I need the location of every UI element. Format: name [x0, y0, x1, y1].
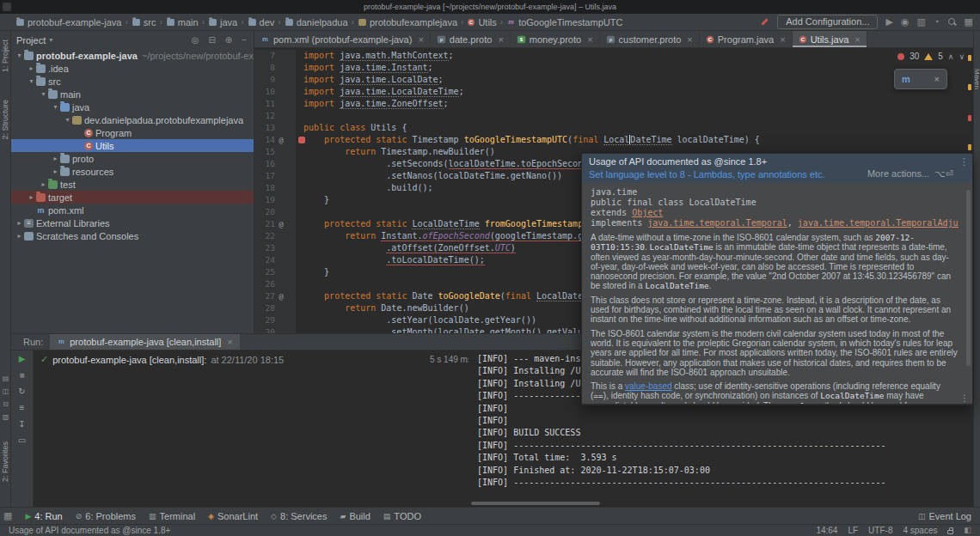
inspection-widget[interactable]: 30 5 ∧ ∨ — [897, 52, 965, 61]
chevron-icon[interactable]: ▾ — [39, 90, 48, 98]
tree-item-proto[interactable]: ▸proto — [11, 152, 254, 165]
breadcrumb-item-protobuf-example-java[interactable]: protobuf-example-java — [15, 17, 122, 27]
floating-maven-widget[interactable]: m × — [894, 69, 947, 89]
editor-tab-program-java[interactable]: Program.java× — [700, 31, 793, 47]
chevron-icon[interactable]: ▸ — [51, 155, 60, 162]
more-actions[interactable]: More actions... ⌥⏎ — [867, 168, 953, 180]
add-configuration-button[interactable]: Add Configuration... — [777, 15, 878, 29]
reader-mode-icon[interactable]: ◧ — [964, 527, 971, 534]
editor-tab-customer-proto[interactable]: customer.proto× — [600, 31, 700, 47]
close-icon[interactable]: × — [854, 34, 860, 45]
tool-window-button-project[interactable]: 1: Project — [1, 40, 9, 72]
kebab-menu-icon[interactable]: ⋮ — [960, 393, 969, 403]
tree-item-idea[interactable]: ▸.idea — [11, 62, 254, 75]
stripe-error-mark[interactable] — [968, 115, 971, 121]
tree-item-src[interactable]: ▾src — [11, 75, 254, 88]
chevron-icon[interactable]: ▾ — [63, 116, 72, 124]
scroll-end-icon[interactable]: ↧ — [18, 420, 25, 429]
coverage-icon[interactable]: ▥ — [917, 17, 926, 27]
tool-window-button-event-log[interactable]: ◫Event Log — [918, 511, 971, 521]
chevron-icon[interactable]: ▸ — [15, 232, 24, 240]
indent-setting[interactable]: 4 spaces — [903, 526, 937, 535]
tree-item-test[interactable]: ▸test — [11, 178, 254, 191]
debug-icon[interactable]: ◉ — [901, 17, 910, 27]
chevron-icon[interactable]: ▸ — [27, 64, 36, 72]
close-icon[interactable]: × — [498, 34, 503, 45]
code-line[interactable]: 8import java.time.Instant; — [254, 62, 973, 74]
clear-icon[interactable]: ▭ — [18, 436, 26, 445]
tree-item-utils[interactable]: Utils — [11, 139, 254, 152]
close-icon[interactable]: × — [418, 34, 423, 45]
editor-tab-date-proto[interactable]: date.proto× — [431, 31, 511, 47]
profiler-icon[interactable]: ◔ — [934, 17, 940, 27]
tool-window-button-6-problems[interactable]: ⊘6: Problems — [76, 511, 136, 521]
options-icon[interactable]: ≡ — [20, 404, 25, 412]
chevron-icon[interactable]: ▸ — [15, 219, 24, 227]
code-line[interactable]: 10import java.time.LocalDateTime; — [254, 86, 973, 98]
code-line[interactable]: 7import java.math.MathContext; — [254, 50, 973, 62]
editor-tab-pom-xml-protobuf-example-java[interactable]: pom.xml (protobuf-example-java)× — [254, 31, 431, 47]
settings-icon[interactable]: ⊕ — [225, 35, 232, 45]
more-actions-label[interactable]: More actions... — [867, 168, 929, 180]
locate-icon[interactable]: ◎ — [192, 35, 199, 45]
kebab-menu-icon[interactable]: ⋮ — [959, 156, 969, 168]
stop-icon[interactable]: ■ — [19, 371, 24, 380]
editor-tab-money-proto[interactable]: money.proto× — [511, 31, 600, 47]
breadcrumb-item-dev[interactable]: dev — [247, 17, 276, 27]
tree-item-protobuf-example-java[interactable]: ▾protobuf-example-java~/projects/new/pro… — [11, 49, 254, 62]
code-line[interactable]: 13public class Utils { — [254, 122, 973, 134]
chevron-down-icon[interactable]: ▾ — [49, 36, 52, 44]
rerun-icon[interactable]: ▶ — [19, 355, 26, 363]
wrench-icon[interactable] — [760, 17, 769, 27]
tree-item-external-libraries[interactable]: ▸External Libraries — [11, 216, 254, 229]
stripe-warning-mark[interactable] — [968, 55, 971, 61]
doc-link[interactable]: java.time.temporal.TemporalAdjuster — [798, 218, 959, 228]
lock-icon[interactable] — [947, 530, 953, 534]
hide-icon[interactable]: − — [242, 35, 247, 45]
code-line[interactable]: 11import java.time.ZoneOffset; — [254, 98, 973, 110]
tool-window-button-todo[interactable]: ▤TODO — [383, 511, 421, 521]
code-line[interactable]: 12 — [254, 110, 973, 122]
chevron-icon[interactable]: ▸ — [39, 180, 48, 188]
tree-item-java[interactable]: ▾java — [11, 100, 254, 113]
breadcrumb-item-utils[interactable]: Utils — [466, 17, 497, 27]
editor-tab-utils-java[interactable]: Utils.java× — [793, 31, 867, 47]
close-icon[interactable]: × — [587, 34, 592, 45]
tool-window-button-terminal[interactable]: ▥Terminal — [149, 511, 195, 521]
breadcrumb-item-main[interactable]: main — [165, 17, 199, 27]
tree-item-program[interactable]: Program — [11, 126, 254, 139]
layout-icon[interactable]: ▦ — [965, 17, 973, 27]
chevron-icon[interactable]: ▾ — [27, 77, 36, 85]
code-line[interactable]: 14@ protected static Timestamp toGoogleT… — [254, 134, 973, 146]
chevron-icon[interactable]: ▾ — [51, 103, 60, 111]
intention-bulb-icon[interactable] — [298, 137, 305, 143]
tool-window-button-sonarlint[interactable]: ◈SonarLint — [208, 511, 258, 521]
quick-fix-link[interactable]: Set language level to 8 - Lambdas, type … — [589, 169, 825, 180]
vertical-scrollbar[interactable] — [966, 190, 971, 366]
doc-link[interactable]: java.time.temporal.Temporal — [647, 218, 787, 228]
chevron-icon[interactable]: ▸ — [51, 168, 60, 175]
close-icon[interactable]: × — [227, 337, 232, 347]
line-ending[interactable]: LF — [848, 526, 858, 535]
tree-item-scratches-and-consoles[interactable]: ▸Scratches and Consoles — [11, 229, 254, 242]
layers-icon[interactable]: ▥ — [3, 413, 9, 421]
tree-item-pom-xml[interactable]: pom.xml — [11, 204, 254, 216]
file-encoding[interactable]: UTF-8 — [868, 526, 892, 535]
breadcrumb-item-protobufexamplejava[interactable]: protobufexamplejava — [357, 17, 458, 27]
doc-link[interactable]: Object — [632, 208, 663, 217]
tool-window-button-structure[interactable]: 2: Structure — [1, 100, 9, 140]
breadcrumb-item-togoogletimestamputc[interactable]: toGoogleTimestampUTC — [505, 17, 623, 27]
breadcrumb-item-src[interactable]: src — [131, 17, 157, 27]
close-icon[interactable]: × — [780, 34, 785, 45]
doc-link[interactable]: value-based — [625, 381, 671, 391]
tool-windows-grid-icon[interactable]: ▦ — [3, 511, 12, 521]
horizontal-scrollbar[interactable] — [471, 502, 600, 505]
tree-item-main[interactable]: ▾main — [11, 88, 254, 100]
tool-window-button-maven[interactable]: Maven — [973, 69, 980, 89]
collapse-icon[interactable]: ⊟ — [3, 400, 9, 408]
next-issue-icon[interactable]: ∨ — [959, 52, 965, 61]
close-icon[interactable]: × — [687, 34, 692, 45]
close-icon[interactable]: × — [934, 74, 940, 84]
caret-position[interactable]: 14:64 — [816, 526, 837, 535]
stripe-warning-mark[interactable] — [968, 144, 971, 150]
